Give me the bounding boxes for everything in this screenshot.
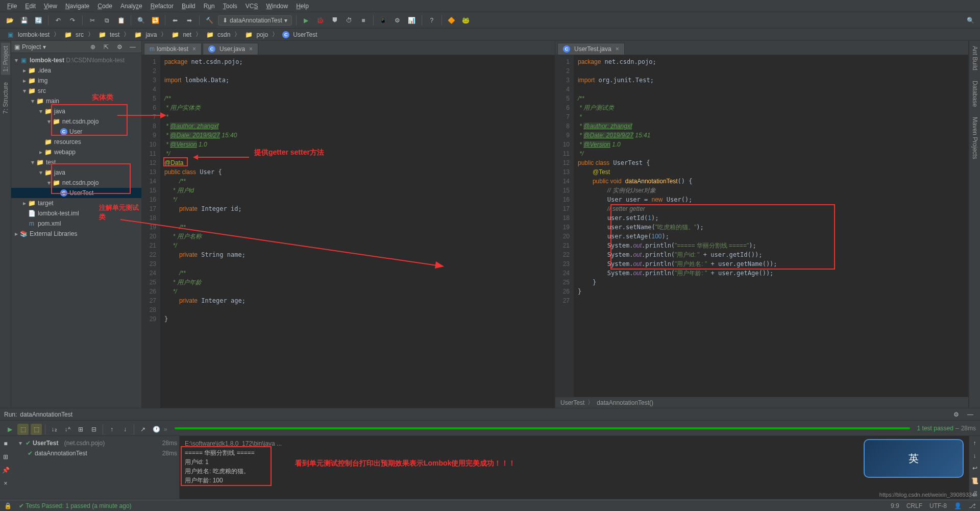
undo-icon[interactable]: ↶ — [53, 15, 64, 26]
menu-vcs[interactable]: VCS — [242, 2, 261, 11]
structure-icon[interactable]: 📊 — [406, 15, 418, 26]
coverage-icon[interactable]: ⛊ — [329, 15, 340, 26]
close-icon[interactable]: × — [249, 45, 253, 53]
history-icon[interactable]: 🕐 — [151, 424, 162, 435]
tab-usertest-java[interactable]: CUserTest.java× — [557, 43, 625, 55]
expand-icon[interactable]: ⊞ — [75, 424, 86, 435]
caret-pos[interactable]: 9:9 — [891, 502, 899, 509]
code-editor[interactable]: 1234567891011121314151617181920212223242… — [555, 55, 968, 397]
tab-maven[interactable]: Maven Projects — [970, 114, 979, 162]
scroll-icon[interactable]: 📜 — [969, 476, 981, 486]
menu-build[interactable]: Build — [179, 2, 199, 11]
forward-icon[interactable]: ➡ — [184, 15, 195, 26]
find-icon[interactable]: 🔍 — [135, 15, 146, 26]
console-output[interactable]: E:\software\jdk1.8.0_172\bin\java ... ==… — [180, 436, 969, 499]
xrebel-icon[interactable]: 🐸 — [460, 15, 472, 26]
inspect-icon[interactable]: 👤 — [954, 502, 962, 509]
up-icon[interactable]: ↑ — [969, 438, 981, 449]
build-icon[interactable]: 🔨 — [204, 15, 215, 26]
export-icon[interactable]: ↗ — [137, 424, 149, 435]
run-icon[interactable]: ▶ — [301, 15, 312, 26]
code-content[interactable]: package net.csdn.pojo; import lombok.Dat… — [160, 55, 555, 408]
menu-code[interactable]: Code — [94, 2, 115, 11]
code-editor[interactable]: 1234567891011121314151617181920212223242… — [142, 55, 555, 408]
crumb[interactable]: 📁java — [132, 30, 159, 39]
profile-icon[interactable]: ⏱ — [344, 15, 355, 26]
hide-icon[interactable]: — — [127, 41, 138, 53]
down-icon[interactable]: ↓ — [969, 451, 981, 461]
hide-icon[interactable]: — — [965, 409, 976, 420]
crumb[interactable]: 📁src — [62, 30, 86, 39]
tab-lombok-test[interactable]: mlombok-test× — [144, 43, 202, 55]
paste-icon[interactable]: 📋 — [115, 15, 127, 26]
copy-icon[interactable]: ⧉ — [101, 15, 112, 26]
crumb-method[interactable]: dataAnnotationTest() — [597, 399, 653, 406]
gear-icon[interactable]: ⚙ — [114, 41, 125, 53]
tab-database[interactable]: Database — [970, 78, 979, 110]
close-icon[interactable]: × — [192, 45, 196, 53]
save-all-icon[interactable]: 💾 — [18, 15, 30, 26]
sdk-icon[interactable]: ⚙ — [392, 15, 403, 26]
crumb[interactable]: 📁net — [169, 30, 193, 39]
menu-window[interactable]: Window — [263, 2, 291, 11]
chevron-down-icon[interactable]: ▾ — [43, 43, 46, 51]
stop-icon[interactable]: ■ — [358, 15, 369, 26]
open-icon[interactable]: 📂 — [4, 15, 15, 26]
project-panel-title[interactable]: Project — [22, 43, 41, 51]
help-icon[interactable]: ? — [426, 15, 437, 26]
crumb[interactable]: CUserTest — [280, 31, 319, 39]
sync-icon[interactable]: 🔄 — [33, 15, 44, 26]
pin-icon[interactable]: 📌 — [0, 465, 11, 476]
menu-help[interactable]: Help — [293, 2, 312, 11]
encoding[interactable]: UTF-8 — [929, 502, 947, 509]
menu-refactor[interactable]: Refactor — [148, 2, 177, 11]
menu-analyze[interactable]: Analyze — [117, 2, 145, 11]
code-content[interactable]: package net.csdn.pojo; import org.junit.… — [574, 55, 968, 397]
prev-icon[interactable]: ↑ — [106, 424, 117, 435]
tab-user-java[interactable]: CUser.java× — [203, 43, 258, 55]
menu-file[interactable]: FFileile — [4, 2, 20, 11]
scroll-from-source-icon[interactable]: ⊕ — [87, 41, 99, 53]
avd-icon[interactable]: 📱 — [378, 15, 389, 26]
sort-icon[interactable]: ↓₂ — [48, 424, 60, 435]
redo-icon[interactable]: ↷ — [67, 15, 78, 26]
debug-icon[interactable]: 🐞 — [315, 15, 326, 26]
crumb-root[interactable]: ▣lombok-test — [4, 30, 52, 39]
toggle-auto2-icon[interactable]: ⬚ — [31, 424, 42, 435]
collapse-icon[interactable]: ⊟ — [88, 424, 100, 435]
next-icon[interactable]: ↓ — [119, 424, 131, 435]
menu-tools[interactable]: Tools — [220, 2, 240, 11]
gear-icon[interactable]: ⚙ — [950, 409, 962, 420]
search-everywhere-icon[interactable]: 🔍 — [965, 15, 976, 26]
close-icon[interactable]: × — [0, 478, 11, 489]
menu-run[interactable]: Run — [201, 2, 218, 11]
jrebel-icon[interactable]: 🔶 — [446, 15, 457, 26]
crumb[interactable]: 📁pojo — [242, 30, 270, 39]
sort2-icon[interactable]: ↓ᴬ — [62, 424, 73, 435]
close-icon[interactable]: × — [616, 45, 619, 53]
tab-structure[interactable]: 7: Structure — [1, 79, 10, 117]
tab-project[interactable]: 1: Project — [1, 43, 10, 75]
rerun-icon[interactable]: ▶ — [4, 424, 15, 435]
crumb[interactable]: 📁csdn — [204, 30, 232, 39]
menu-navigate[interactable]: Navigate — [62, 2, 92, 11]
project-tree[interactable]: ▾▣lombok-test D:\CSDN\lombok-test ▸📁.ide… — [11, 53, 141, 408]
toggle-auto-icon[interactable]: ⬚ — [17, 424, 29, 435]
menu-view[interactable]: View — [41, 2, 60, 11]
git-icon[interactable]: ⎇ — [969, 502, 976, 509]
line-sep[interactable]: CRLF — [906, 502, 922, 509]
collapse-all-icon[interactable]: ⇱ — [101, 41, 112, 53]
promo-banner[interactable]: 英 — [864, 439, 964, 478]
crumb-class[interactable]: UserTest — [560, 399, 584, 406]
menu-edit[interactable]: Edit — [22, 2, 39, 11]
wrap-icon[interactable]: ↩ — [969, 463, 981, 474]
tab-ant[interactable]: Ant Build — [970, 43, 979, 74]
test-tree[interactable]: ▾✔UserTest (net.csdn.pojo)28ms ✔dataAnno… — [11, 436, 180, 499]
replace-icon[interactable]: 🔁 — [150, 15, 161, 26]
lock-icon[interactable]: 🔒 — [4, 502, 12, 509]
run-config-selector[interactable]: ⬇ dataAnnotationTest ▾ — [218, 15, 292, 26]
crumb[interactable]: 📁test — [96, 30, 121, 39]
stop-icon[interactable]: ■ — [0, 438, 11, 449]
layout-icon[interactable]: ⊞ — [0, 451, 11, 463]
back-icon[interactable]: ⬅ — [169, 15, 181, 26]
